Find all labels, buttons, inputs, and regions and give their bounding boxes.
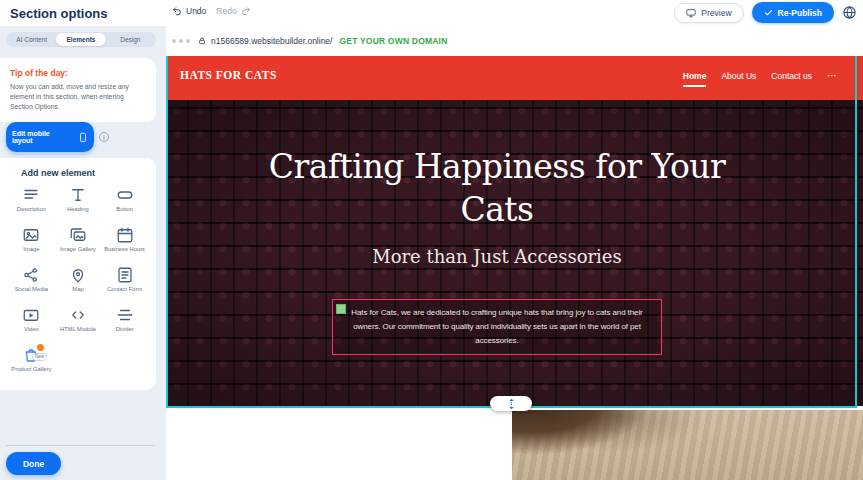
element-item-video[interactable]: Video	[8, 306, 55, 339]
element-item-image[interactable]: Image	[8, 226, 55, 259]
element-item-contact-form[interactable]: Contact Form	[101, 266, 148, 299]
element-label: Map	[72, 286, 83, 293]
get-domain-link[interactable]: GET YOUR OWN DOMAIN	[339, 36, 447, 46]
website-canvas: HATS FOR CATS Home About Us Contact us ⋯…	[166, 56, 863, 480]
language-globe-icon[interactable]	[842, 5, 857, 20]
republish-label: Re-Publish	[778, 8, 822, 18]
element-item-button[interactable]: Button	[101, 186, 148, 219]
social-media-icon	[21, 266, 41, 284]
lock-icon	[198, 36, 206, 46]
tab-elements[interactable]: Elements	[56, 33, 105, 46]
element-item-social-media[interactable]: Social Media	[8, 266, 55, 299]
selection-border-right	[855, 56, 857, 408]
element-item-description[interactable]: Description	[8, 186, 55, 219]
republish-button[interactable]: Re-Publish	[752, 2, 834, 23]
nav-more-icon[interactable]: ⋯	[827, 70, 837, 81]
image-gallery-icon	[68, 226, 88, 244]
monitor-icon	[686, 8, 696, 18]
tab-design[interactable]: Design	[106, 33, 155, 46]
contact-form-icon	[115, 266, 135, 284]
map-pin-icon	[68, 266, 88, 284]
nav-contact-us[interactable]: Contact us	[771, 71, 812, 81]
element-grid: Description Heading Button Image Image G…	[8, 186, 148, 379]
editor-main-area: n1566589.websitebuilder.online/ GET YOUR…	[166, 26, 863, 480]
nav-home[interactable]: Home	[683, 71, 707, 81]
element-label: Contact Form	[107, 286, 142, 293]
hero-paragraph-text: Hats for Cats, we are dedicated to craft…	[351, 308, 642, 345]
redo-button[interactable]: Redo	[216, 6, 250, 16]
element-label: Button	[116, 206, 133, 213]
tab-label: AI Content	[16, 36, 47, 43]
undo-icon	[172, 6, 182, 16]
vertical-resize-arrows-icon	[507, 398, 516, 410]
tip-body: Now you can add, move and resize any ele…	[10, 82, 146, 112]
tip-of-the-day-card: Tip of the day: Now you can add, move an…	[0, 58, 156, 122]
nav-about-us[interactable]: About Us	[721, 71, 756, 81]
preview-button[interactable]: Preview	[674, 3, 743, 23]
browser-address-bar: n1566589.websitebuilder.online/ GET YOUR…	[166, 26, 863, 56]
tip-title: Tip of the day:	[10, 68, 146, 78]
next-section-image[interactable]	[512, 410, 863, 480]
topbar-actions: Preview Re-Publish	[674, 2, 857, 23]
redo-label: Redo	[216, 6, 236, 16]
selection-border-left	[166, 56, 168, 408]
button-icon	[115, 186, 135, 204]
phone-icon	[78, 131, 88, 144]
sidebar-divider	[6, 445, 155, 446]
tab-ai-content[interactable]: AI Content	[7, 33, 56, 46]
redo-icon	[241, 6, 251, 16]
element-item-heading[interactable]: Heading	[55, 186, 102, 219]
edit-mobile-layout-button[interactable]: Edit mobile layout	[6, 122, 94, 152]
element-resize-handle[interactable]	[336, 304, 346, 314]
text-lines-icon	[21, 186, 41, 204]
check-icon	[764, 8, 773, 17]
top-toolbar: Section options Undo Redo Preview Re-Pub…	[0, 0, 863, 26]
image-icon	[21, 226, 41, 244]
preview-label: Preview	[701, 8, 731, 18]
element-label: Image Gallery	[60, 246, 96, 253]
left-panel: AI Content Elements Design Tip of the da…	[0, 26, 166, 480]
element-item-map[interactable]: Map	[55, 266, 102, 299]
section-resize-handle[interactable]	[490, 396, 532, 411]
hero-heading[interactable]: Crafting Happiness for Your Cats	[262, 146, 732, 232]
element-label: Social Media	[15, 286, 48, 293]
panel-tabs: AI Content Elements Design	[6, 32, 156, 47]
element-label: Heading	[67, 206, 89, 213]
hero-section[interactable]: Crafting Happiness for Your Cats More th…	[166, 100, 863, 406]
window-dots-icon	[172, 39, 190, 43]
element-label: Business Hours	[104, 246, 145, 253]
notification-dot	[37, 344, 44, 351]
site-header[interactable]: HATS FOR CATS Home About Us Contact us ⋯	[166, 56, 863, 100]
business-hours-icon	[115, 226, 135, 244]
element-label: Image	[23, 246, 39, 253]
add-new-element-title: Add new element	[21, 168, 148, 178]
element-item-divider[interactable]: Divider	[101, 306, 148, 339]
element-item-business-hours[interactable]: Business Hours	[101, 226, 148, 259]
done-button[interactable]: Done	[6, 452, 61, 475]
hero-paragraph[interactable]: Hats for Cats, we are dedicated to craft…	[332, 299, 662, 355]
undo-label: Undo	[186, 6, 206, 16]
element-label: Divider	[116, 326, 134, 333]
info-icon[interactable]: i	[99, 132, 109, 142]
hero-subheading[interactable]: More than Just Accessories	[297, 246, 697, 267]
element-label: Video	[24, 326, 39, 333]
divider-icon	[115, 306, 135, 324]
edit-mobile-label: Edit mobile layout	[12, 130, 72, 144]
element-item-image-gallery[interactable]: Image Gallery	[55, 226, 102, 259]
page-title: Section options	[10, 6, 108, 21]
site-logo[interactable]: HATS FOR CATS	[180, 69, 277, 81]
element-item-product-gallery[interactable]: New Product Gallery	[8, 346, 55, 379]
hero-content: Crafting Happiness for Your Cats More th…	[166, 100, 828, 406]
code-icon	[68, 306, 88, 324]
video-icon	[21, 306, 41, 324]
undo-button[interactable]: Undo	[172, 6, 206, 16]
element-label: Description	[17, 206, 46, 213]
heading-icon	[68, 186, 88, 204]
element-item-html-module[interactable]: HTML Module	[55, 306, 102, 339]
add-new-element-panel: Add new element Description Heading Butt…	[0, 158, 156, 390]
tab-label: Elements	[67, 36, 96, 43]
element-label: HTML Module	[60, 326, 96, 333]
new-badge: New	[32, 353, 47, 361]
site-nav: Home About Us Contact us ⋯	[683, 70, 837, 81]
undo-redo-group: Undo Redo	[172, 6, 251, 16]
